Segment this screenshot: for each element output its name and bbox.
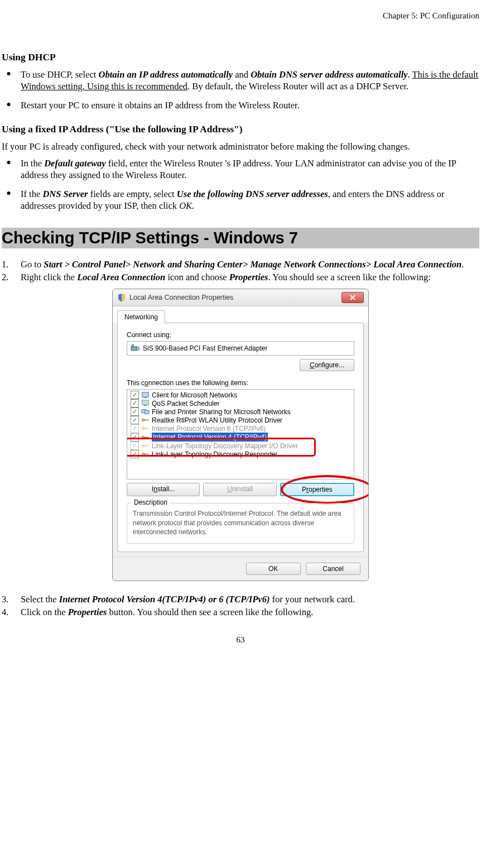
checkbox-icon[interactable] <box>131 416 139 424</box>
ok-button[interactable]: OK <box>246 563 301 575</box>
fileshare-icon <box>141 407 150 416</box>
lac-properties-dialog: Local Area Connection Properties Network… <box>112 289 369 581</box>
checkbox-icon[interactable] <box>131 407 139 416</box>
svg-point-12 <box>142 445 145 448</box>
checkbox-icon[interactable] <box>131 442 139 450</box>
svg-point-13 <box>142 453 145 456</box>
items-label: This connection uses the following items… <box>127 379 354 387</box>
step-4: Click on the Properties button. You shou… <box>2 606 479 618</box>
dialog-button-bar: OK Cancel <box>113 557 368 581</box>
svg-rect-0 <box>131 347 137 351</box>
checkbox-icon[interactable] <box>131 450 139 458</box>
bullet-fixed-1: In the Default gateway field, enter the … <box>2 157 479 181</box>
items-list[interactable]: Client for Microsoft Networks QoS Packet… <box>127 389 354 479</box>
svg-point-11 <box>142 436 145 439</box>
list-item[interactable]: File and Printer Sharing for Microsoft N… <box>127 407 354 416</box>
svg-rect-1 <box>137 347 139 350</box>
list-item[interactable]: Link-Layer Topology Discovery Responder <box>127 450 354 458</box>
cancel-button[interactable]: Cancel <box>306 563 360 575</box>
section-intro: If your PC is already configured, check … <box>2 141 479 152</box>
svg-rect-4 <box>144 397 147 399</box>
tab-body: Connect using: SiS 900-Based PCI Fast Et… <box>117 323 364 552</box>
description-label: Description <box>132 498 170 506</box>
chapter-header: Chapter 5: PC Configuration <box>2 11 479 21</box>
page-number: 63 <box>2 635 479 645</box>
close-icon <box>350 295 355 300</box>
protocol-icon <box>141 424 150 433</box>
description-text: Transmission Control Protocol/Internet P… <box>133 509 348 536</box>
list-item[interactable]: Internet Protocol Version 6 (TCP/IPv6) <box>127 424 354 433</box>
adapter-icon <box>131 344 140 353</box>
svg-point-9 <box>142 419 145 422</box>
section-title-dhcp: Using DHCP <box>2 51 479 63</box>
shield-icon <box>117 293 126 302</box>
close-button[interactable] <box>341 292 364 303</box>
protocol-icon <box>141 442 150 450</box>
configure-button[interactable]: Configure... <box>300 359 354 371</box>
protocol-icon <box>141 433 150 442</box>
properties-button[interactable]: Properties <box>280 483 354 496</box>
list-item[interactable]: Link-Layer Topology Discovery Mapper I/O… <box>127 442 354 450</box>
svg-rect-8 <box>145 411 150 414</box>
description-group: Description Transmission Control Protoco… <box>127 503 354 544</box>
step-2: Right click the Local Area Connection ic… <box>2 271 479 283</box>
dialog-titlebar[interactable]: Local Area Connection Properties <box>113 289 368 306</box>
list-item[interactable]: Client for Microsoft Networks <box>127 391 354 399</box>
checkbox-icon[interactable] <box>131 399 139 407</box>
connect-using-label: Connect using: <box>127 331 354 339</box>
list-item[interactable]: QoS Packet Scheduler <box>127 399 354 407</box>
dialog-title: Local Area Connection Properties <box>129 294 341 301</box>
step-1: Go to Start > Control Panel> Network and… <box>2 258 479 270</box>
section-title-fixed-ip: Using a fixed IP Address ("Use the follo… <box>2 123 479 135</box>
client-icon <box>141 391 150 399</box>
bullet-dhcp-1: To use DHCP, select Obtain an IP address… <box>2 69 479 93</box>
svg-rect-3 <box>142 392 148 397</box>
protocol-icon <box>141 416 150 424</box>
adapter-name: SiS 900-Based PCI Fast Ethernet Adapter <box>143 344 267 352</box>
install-button[interactable]: Install... <box>127 483 200 496</box>
svg-rect-6 <box>144 405 147 406</box>
bullet-dhcp-2: Restart your PC to ensure it obtains an … <box>2 99 479 111</box>
tab-networking[interactable]: Networking <box>117 310 165 323</box>
list-item-ipv4[interactable]: Internet Protocol Version 4 (TCP/IPv4) <box>127 433 354 442</box>
checkbox-icon[interactable] <box>131 391 139 399</box>
bullet-fixed-2: If the DNS Server fields are empty, sele… <box>2 188 479 212</box>
checkbox-icon[interactable] <box>131 424 139 433</box>
protocol-icon <box>141 450 150 458</box>
checkbox-icon[interactable] <box>131 433 139 442</box>
step-3: Select the Internet Protocol Version 4(T… <box>2 593 479 605</box>
adapter-field: SiS 900-Based PCI Fast Ethernet Adapter <box>127 341 354 356</box>
svg-point-10 <box>142 428 145 430</box>
heading-checking-tcpip: Checking TCP/IP Settings - Windows 7 <box>2 228 479 248</box>
list-item[interactable]: Realtke RtlProt WLAN Utility Protocol Dr… <box>127 416 354 424</box>
qos-icon <box>141 399 150 407</box>
svg-point-2 <box>132 345 134 347</box>
uninstall-button: Uninstall <box>203 483 276 496</box>
svg-rect-5 <box>142 400 148 405</box>
